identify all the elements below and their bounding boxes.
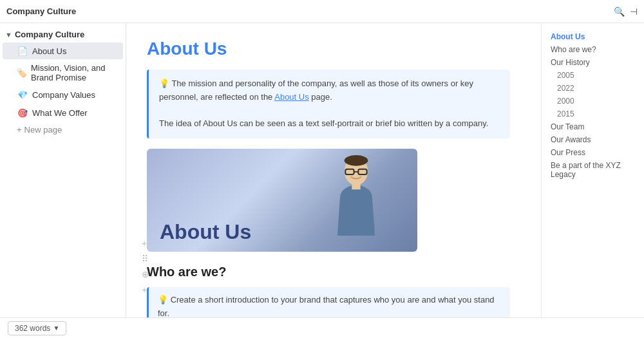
values-label: Company Values — [32, 90, 95, 100]
toc-awards[interactable]: Our Awards — [548, 134, 638, 146]
sidebar-item-values[interactable]: 💎 Company Values — [3, 86, 123, 103]
bulb-icon2: 💡 — [158, 295, 171, 305]
sidebar-item-mission[interactable]: 🏷️ Mission, Vision, and Brand Promise — [3, 61, 123, 85]
toc-about-us[interactable]: About Us — [548, 31, 638, 42]
add-block-icon[interactable]: + — [142, 238, 149, 249]
block-handle-icon[interactable]: ⠿ — [142, 254, 149, 264]
toc-who[interactable]: Who are we? — [548, 44, 638, 55]
intro-callout: 💡 The mission and personality of the com… — [147, 70, 510, 138]
values-icon: 💎 — [17, 89, 28, 100]
dropdown-arrow: ▼ — [53, 324, 59, 332]
settings-icon[interactable]: ⊕ — [142, 269, 149, 279]
bulb-icon: 💡 — [159, 79, 171, 88]
toc-2022[interactable]: 2022 — [548, 82, 638, 94]
about-us-icon: 📄 — [17, 45, 28, 57]
hero-text: About Us — [160, 220, 251, 244]
callout-text2: The idea of About Us can be seen as a te… — [159, 118, 488, 128]
layout-icon[interactable]: ⊣ — [630, 6, 638, 17]
top-bar-actions: 🔍 ⊣ — [614, 6, 638, 17]
about-us-label: About Us — [32, 46, 66, 56]
who-callout: 💡 Create a short introduction to your br… — [147, 287, 510, 317]
who-heading: Who are we? — [147, 265, 510, 279]
toc-history[interactable]: Our History — [548, 57, 638, 68]
sidebar-root[interactable]: ▼ Company Culture — [0, 27, 126, 42]
new-page-label: New page — [24, 125, 62, 135]
content-area: About Us 💡 The mission and personality o… — [126, 23, 541, 317]
left-margin-icons: + ⠿ ⊕ + — [142, 238, 149, 295]
toc-panel: About Us Who are we? Our History 2005 20… — [541, 23, 644, 317]
toc-2000[interactable]: 2000 — [548, 95, 638, 107]
app-title: Company Culture — [6, 6, 76, 16]
chevron-icon: ▼ — [5, 31, 12, 39]
toc-2005[interactable]: 2005 — [548, 70, 638, 81]
sidebar: ▼ Company Culture 📄 About Us 🏷️ Mission,… — [0, 23, 126, 317]
new-page-button[interactable]: + New page — [3, 122, 123, 137]
hero-image: About Us — [147, 149, 417, 252]
plus-icon: + — [17, 125, 22, 135]
svg-point-4 — [345, 155, 368, 166]
mission-icon: 🏷️ — [17, 67, 27, 79]
sidebar-item-about-us[interactable]: 📄 About Us — [3, 42, 123, 59]
callout-text: The mission and personality of the compa… — [159, 79, 473, 102]
toc-legacy[interactable]: Be a part of the XYZ Legacy — [548, 160, 638, 180]
svg-rect-5 — [352, 183, 360, 190]
sidebar-item-offer[interactable]: 🎯 What We Offer — [3, 104, 123, 121]
mission-label: Mission, Vision, and Brand Promise — [31, 63, 118, 82]
who-callout-text: Create a short introduction to your bran… — [158, 295, 495, 317]
about-us-link[interactable]: About Us — [274, 92, 308, 102]
add-icon2[interactable]: + — [142, 285, 149, 295]
offer-label: What We Offer — [32, 108, 88, 118]
sidebar-root-label: Company Culture — [15, 30, 84, 39]
hero-person-illustration — [314, 155, 398, 252]
word-count-value: 362 words — [15, 324, 50, 333]
toc-team[interactable]: Our Team — [548, 121, 638, 133]
word-count-button[interactable]: 362 words ▼ — [8, 321, 66, 335]
offer-icon: 🎯 — [17, 107, 28, 118]
bottom-status-bar: 362 words ▼ — [0, 317, 644, 338]
toc-2015[interactable]: 2015 — [548, 108, 638, 120]
search-icon[interactable]: 🔍 — [614, 6, 625, 17]
toc-press[interactable]: Our Press — [548, 147, 638, 158]
page-title: About Us — [147, 39, 510, 59]
